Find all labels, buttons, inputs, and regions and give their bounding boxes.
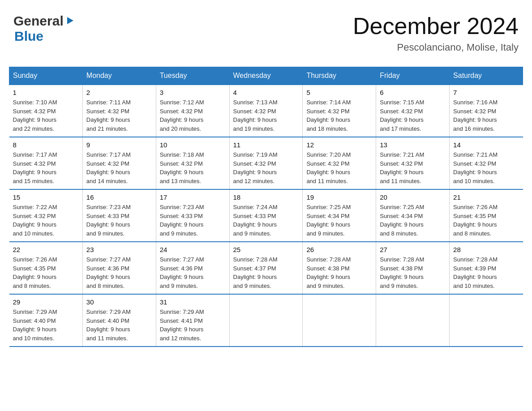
weekday-header-monday: Monday: [82, 67, 156, 85]
day-info: Sunrise: 7:28 AMSunset: 4:38 PMDaylight:…: [306, 255, 372, 290]
week-row-1: 1 Sunrise: 7:10 AMSunset: 4:32 PMDayligh…: [9, 85, 523, 137]
day-number: 14: [453, 141, 519, 149]
day-cell-13: 13 Sunrise: 7:21 AMSunset: 4:32 PMDaylig…: [376, 137, 450, 189]
day-info: Sunrise: 7:15 AMSunset: 4:32 PMDaylight:…: [380, 98, 446, 133]
day-cell-26: 26 Sunrise: 7:28 AMSunset: 4:38 PMDaylig…: [303, 242, 376, 294]
day-cell-16: 16 Sunrise: 7:23 AMSunset: 4:33 PMDaylig…: [82, 189, 156, 242]
day-info: Sunrise: 7:29 AMSunset: 4:40 PMDaylight:…: [86, 308, 152, 342]
day-info: Sunrise: 7:20 AMSunset: 4:32 PMDaylight:…: [306, 150, 372, 185]
day-cell-6: 6 Sunrise: 7:15 AMSunset: 4:32 PMDayligh…: [376, 85, 450, 137]
logo-general: General: [13, 13, 64, 29]
day-cell-20: 20 Sunrise: 7:25 AMSunset: 4:34 PMDaylig…: [376, 189, 450, 242]
day-number: 5: [306, 89, 372, 96]
day-cell-17: 17 Sunrise: 7:23 AMSunset: 4:33 PMDaylig…: [156, 189, 229, 242]
day-info: Sunrise: 7:18 AMSunset: 4:32 PMDaylight:…: [160, 150, 226, 185]
day-info: Sunrise: 7:29 AMSunset: 4:41 PMDaylight:…: [160, 308, 226, 342]
day-cell-10: 10 Sunrise: 7:18 AMSunset: 4:32 PMDaylig…: [156, 137, 229, 189]
day-cell-19: 19 Sunrise: 7:25 AMSunset: 4:34 PMDaylig…: [303, 189, 376, 242]
day-number: 28: [453, 246, 519, 253]
day-number: 26: [306, 246, 372, 253]
day-number: 30: [86, 298, 152, 306]
day-info: Sunrise: 7:25 AMSunset: 4:34 PMDaylight:…: [306, 203, 372, 238]
week-row-4: 22 Sunrise: 7:26 AMSunset: 4:35 PMDaylig…: [9, 242, 523, 294]
day-cell-4: 4 Sunrise: 7:13 AMSunset: 4:32 PMDayligh…: [229, 85, 303, 137]
day-info: Sunrise: 7:28 AMSunset: 4:39 PMDaylight:…: [453, 255, 519, 290]
day-info: Sunrise: 7:25 AMSunset: 4:34 PMDaylight:…: [380, 203, 446, 238]
day-number: 7: [453, 89, 519, 96]
day-info: Sunrise: 7:13 AMSunset: 4:32 PMDaylight:…: [233, 98, 299, 133]
calendar-table: SundayMondayTuesdayWednesdayThursdayFrid…: [9, 67, 523, 347]
weekday-header-saturday: Saturday: [450, 67, 523, 85]
day-info: Sunrise: 7:27 AMSunset: 4:36 PMDaylight:…: [86, 255, 152, 290]
day-cell-31: 31 Sunrise: 7:29 AMSunset: 4:41 PMDaylig…: [156, 294, 229, 347]
day-number: 23: [86, 246, 152, 253]
day-cell-14: 14 Sunrise: 7:21 AMSunset: 4:32 PMDaylig…: [450, 137, 523, 189]
empty-cell-w4-6: [450, 294, 523, 347]
month-year-title: December 2024: [353, 13, 519, 39]
empty-cell-w4-4: [303, 294, 376, 347]
page-header: General Blue December 2024 Pescolanciano…: [9, 9, 523, 58]
day-info: Sunrise: 7:12 AMSunset: 4:32 PMDaylight:…: [160, 98, 226, 133]
day-cell-12: 12 Sunrise: 7:20 AMSunset: 4:32 PMDaylig…: [303, 137, 376, 189]
day-cell-5: 5 Sunrise: 7:14 AMSunset: 4:32 PMDayligh…: [303, 85, 376, 137]
day-cell-18: 18 Sunrise: 7:24 AMSunset: 4:33 PMDaylig…: [229, 189, 303, 242]
day-info: Sunrise: 7:26 AMSunset: 4:35 PMDaylight:…: [13, 255, 79, 290]
day-cell-1: 1 Sunrise: 7:10 AMSunset: 4:32 PMDayligh…: [9, 85, 83, 137]
weekday-header-row: SundayMondayTuesdayWednesdayThursdayFrid…: [9, 67, 523, 85]
day-cell-23: 23 Sunrise: 7:27 AMSunset: 4:36 PMDaylig…: [82, 242, 156, 294]
day-info: Sunrise: 7:23 AMSunset: 4:33 PMDaylight:…: [160, 203, 226, 238]
day-number: 20: [380, 193, 446, 201]
day-number: 12: [306, 141, 372, 149]
day-cell-15: 15 Sunrise: 7:22 AMSunset: 4:32 PMDaylig…: [9, 189, 83, 242]
logo-blue: Blue: [14, 29, 43, 43]
day-number: 22: [13, 246, 79, 253]
day-number: 21: [453, 193, 519, 201]
day-cell-8: 8 Sunrise: 7:17 AMSunset: 4:32 PMDayligh…: [9, 137, 83, 189]
day-number: 8: [13, 141, 79, 149]
weekday-header-friday: Friday: [376, 67, 450, 85]
day-cell-25: 25 Sunrise: 7:28 AMSunset: 4:37 PMDaylig…: [229, 242, 303, 294]
empty-cell-w4-5: [376, 294, 450, 347]
day-info: Sunrise: 7:28 AMSunset: 4:37 PMDaylight:…: [233, 255, 299, 290]
weekday-header-thursday: Thursday: [303, 67, 376, 85]
day-number: 1: [13, 89, 79, 96]
day-cell-11: 11 Sunrise: 7:19 AMSunset: 4:32 PMDaylig…: [229, 137, 303, 189]
logo-arrow-icon: [65, 16, 75, 27]
day-info: Sunrise: 7:27 AMSunset: 4:36 PMDaylight:…: [160, 255, 226, 290]
day-number: 13: [380, 141, 446, 149]
day-info: Sunrise: 7:21 AMSunset: 4:32 PMDaylight:…: [380, 150, 446, 185]
day-cell-7: 7 Sunrise: 7:16 AMSunset: 4:32 PMDayligh…: [450, 85, 523, 137]
day-cell-30: 30 Sunrise: 7:29 AMSunset: 4:40 PMDaylig…: [82, 294, 156, 347]
day-cell-28: 28 Sunrise: 7:28 AMSunset: 4:39 PMDaylig…: [450, 242, 523, 294]
day-info: Sunrise: 7:22 AMSunset: 4:32 PMDaylight:…: [13, 203, 79, 238]
day-number: 24: [160, 246, 226, 253]
day-info: Sunrise: 7:11 AMSunset: 4:32 PMDaylight:…: [86, 98, 152, 133]
day-number: 29: [13, 298, 79, 306]
day-number: 25: [233, 246, 299, 253]
day-number: 19: [306, 193, 372, 201]
week-row-3: 15 Sunrise: 7:22 AMSunset: 4:32 PMDaylig…: [9, 189, 523, 242]
day-cell-24: 24 Sunrise: 7:27 AMSunset: 4:36 PMDaylig…: [156, 242, 229, 294]
day-info: Sunrise: 7:28 AMSunset: 4:38 PMDaylight:…: [380, 255, 446, 290]
day-cell-27: 27 Sunrise: 7:28 AMSunset: 4:38 PMDaylig…: [376, 242, 450, 294]
weekday-header-wednesday: Wednesday: [229, 67, 303, 85]
day-cell-29: 29 Sunrise: 7:29 AMSunset: 4:40 PMDaylig…: [9, 294, 83, 347]
day-number: 6: [380, 89, 446, 96]
day-info: Sunrise: 7:23 AMSunset: 4:33 PMDaylight:…: [86, 203, 152, 238]
day-info: Sunrise: 7:16 AMSunset: 4:32 PMDaylight:…: [453, 98, 519, 133]
weekday-header-tuesday: Tuesday: [156, 67, 229, 85]
day-number: 31: [160, 298, 226, 306]
day-number: 9: [86, 141, 152, 149]
day-number: 27: [380, 246, 446, 253]
day-info: Sunrise: 7:17 AMSunset: 4:32 PMDaylight:…: [13, 150, 79, 185]
day-number: 15: [13, 193, 79, 201]
day-info: Sunrise: 7:17 AMSunset: 4:32 PMDaylight:…: [86, 150, 152, 185]
weekday-header-sunday: Sunday: [9, 67, 83, 85]
week-row-2: 8 Sunrise: 7:17 AMSunset: 4:32 PMDayligh…: [9, 137, 523, 189]
day-info: Sunrise: 7:24 AMSunset: 4:33 PMDaylight:…: [233, 203, 299, 238]
day-number: 18: [233, 193, 299, 201]
day-info: Sunrise: 7:14 AMSunset: 4:32 PMDaylight:…: [306, 98, 372, 133]
title-block: December 2024 Pescolanciano, Molise, Ita…: [353, 13, 519, 53]
day-number: 11: [233, 141, 299, 149]
location-subtitle: Pescolanciano, Molise, Italy: [353, 42, 519, 53]
